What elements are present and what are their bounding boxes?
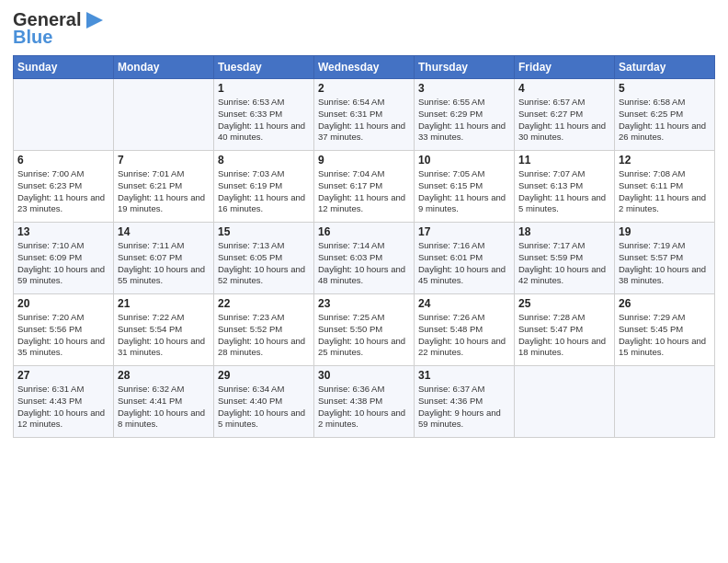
- day-info: Sunrise: 7:11 AMSunset: 6:07 PMDaylight:…: [118, 240, 210, 287]
- day-info: Sunrise: 7:19 AMSunset: 5:57 PMDaylight:…: [619, 240, 711, 287]
- calendar-day-header: Sunday: [14, 56, 114, 79]
- calendar-cell: [515, 366, 615, 438]
- calendar-table: SundayMondayTuesdayWednesdayThursdayFrid…: [13, 55, 715, 438]
- logo-arrow-icon: [83, 12, 103, 29]
- day-info: Sunrise: 7:14 AMSunset: 6:03 PMDaylight:…: [318, 240, 410, 287]
- calendar-day-header: Thursday: [415, 56, 515, 79]
- day-number: 29: [218, 369, 310, 382]
- calendar-cell: 13Sunrise: 7:10 AMSunset: 6:09 PMDayligh…: [14, 223, 114, 294]
- day-info: Sunrise: 7:03 AMSunset: 6:19 PMDaylight:…: [218, 168, 310, 215]
- calendar-cell: [114, 79, 214, 151]
- calendar-cell: 17Sunrise: 7:16 AMSunset: 6:01 PMDayligh…: [415, 223, 515, 294]
- calendar-cell: 21Sunrise: 7:22 AMSunset: 5:54 PMDayligh…: [114, 294, 214, 366]
- calendar-cell: 11Sunrise: 7:07 AMSunset: 6:13 PMDayligh…: [515, 151, 615, 223]
- calendar-week-row: 6Sunrise: 7:00 AMSunset: 6:23 PMDaylight…: [14, 151, 715, 223]
- day-number: 16: [318, 225, 410, 238]
- day-info: Sunrise: 6:31 AMSunset: 4:43 PMDaylight:…: [17, 384, 109, 431]
- day-number: 18: [518, 225, 610, 238]
- day-number: 11: [518, 154, 610, 167]
- day-number: 6: [17, 154, 109, 167]
- day-info: Sunrise: 7:00 AMSunset: 6:23 PMDaylight:…: [17, 168, 109, 215]
- calendar-cell: 6Sunrise: 7:00 AMSunset: 6:23 PMDaylight…: [14, 151, 114, 223]
- calendar-cell: 1Sunrise: 6:53 AMSunset: 6:33 PMDaylight…: [214, 79, 314, 151]
- day-info: Sunrise: 7:29 AMSunset: 5:45 PMDaylight:…: [619, 312, 711, 359]
- day-number: 15: [218, 225, 310, 238]
- calendar-cell: 2Sunrise: 6:54 AMSunset: 6:31 PMDaylight…: [314, 79, 415, 151]
- day-number: 26: [619, 297, 711, 310]
- day-info: Sunrise: 7:07 AMSunset: 6:13 PMDaylight:…: [518, 168, 610, 215]
- calendar-cell: 10Sunrise: 7:05 AMSunset: 6:15 PMDayligh…: [415, 151, 515, 223]
- logo: General Blue: [13, 9, 103, 48]
- calendar-body: 1Sunrise: 6:53 AMSunset: 6:33 PMDaylight…: [14, 79, 715, 438]
- calendar-cell: 7Sunrise: 7:01 AMSunset: 6:21 PMDaylight…: [114, 151, 214, 223]
- day-info: Sunrise: 6:37 AMSunset: 4:36 PMDaylight:…: [418, 384, 510, 431]
- calendar-day-header: Tuesday: [214, 56, 314, 79]
- day-number: 10: [418, 154, 510, 167]
- day-number: 4: [518, 82, 610, 95]
- day-number: 19: [619, 225, 711, 238]
- day-info: Sunrise: 6:58 AMSunset: 6:25 PMDaylight:…: [619, 97, 711, 144]
- calendar-cell: 18Sunrise: 7:17 AMSunset: 5:59 PMDayligh…: [515, 223, 615, 294]
- day-number: 17: [418, 225, 510, 238]
- calendar-week-row: 13Sunrise: 7:10 AMSunset: 6:09 PMDayligh…: [14, 223, 715, 294]
- day-number: 14: [118, 225, 210, 238]
- day-number: 5: [619, 82, 711, 95]
- page-container: General Blue SundayMondayTuesdayWednesda…: [0, 0, 728, 445]
- calendar-day-header: Monday: [114, 56, 214, 79]
- calendar-cell: 24Sunrise: 7:26 AMSunset: 5:48 PMDayligh…: [415, 294, 515, 366]
- calendar-day-header: Friday: [515, 56, 615, 79]
- calendar-cell: 15Sunrise: 7:13 AMSunset: 6:05 PMDayligh…: [214, 223, 314, 294]
- day-info: Sunrise: 7:25 AMSunset: 5:50 PMDaylight:…: [318, 312, 410, 359]
- day-info: Sunrise: 7:01 AMSunset: 6:21 PMDaylight:…: [118, 168, 210, 215]
- day-number: 1: [218, 82, 310, 95]
- day-info: Sunrise: 7:20 AMSunset: 5:56 PMDaylight:…: [17, 312, 109, 359]
- calendar-cell: 12Sunrise: 7:08 AMSunset: 6:11 PMDayligh…: [615, 151, 715, 223]
- calendar-cell: 3Sunrise: 6:55 AMSunset: 6:29 PMDaylight…: [415, 79, 515, 151]
- day-info: Sunrise: 6:53 AMSunset: 6:33 PMDaylight:…: [218, 97, 310, 144]
- day-number: 28: [118, 369, 210, 382]
- calendar-cell: 19Sunrise: 7:19 AMSunset: 5:57 PMDayligh…: [615, 223, 715, 294]
- calendar-cell: [14, 79, 114, 151]
- day-info: Sunrise: 7:26 AMSunset: 5:48 PMDaylight:…: [418, 312, 510, 359]
- calendar-day-header: Saturday: [615, 56, 715, 79]
- calendar-cell: 5Sunrise: 6:58 AMSunset: 6:25 PMDaylight…: [615, 79, 715, 151]
- day-number: 27: [17, 369, 109, 382]
- day-info: Sunrise: 7:23 AMSunset: 5:52 PMDaylight:…: [218, 312, 310, 359]
- calendar-cell: 22Sunrise: 7:23 AMSunset: 5:52 PMDayligh…: [214, 294, 314, 366]
- calendar-cell: 28Sunrise: 6:32 AMSunset: 4:41 PMDayligh…: [114, 366, 214, 438]
- day-number: 12: [619, 154, 711, 167]
- day-number: 8: [218, 154, 310, 167]
- day-number: 3: [418, 82, 510, 95]
- day-info: Sunrise: 6:32 AMSunset: 4:41 PMDaylight:…: [118, 384, 210, 431]
- day-info: Sunrise: 7:17 AMSunset: 5:59 PMDaylight:…: [518, 240, 610, 287]
- day-number: 21: [118, 297, 210, 310]
- day-info: Sunrise: 6:55 AMSunset: 6:29 PMDaylight:…: [418, 97, 510, 144]
- calendar-week-row: 1Sunrise: 6:53 AMSunset: 6:33 PMDaylight…: [14, 79, 715, 151]
- day-number: 23: [318, 297, 410, 310]
- calendar-week-row: 20Sunrise: 7:20 AMSunset: 5:56 PMDayligh…: [14, 294, 715, 366]
- day-number: 22: [218, 297, 310, 310]
- calendar-cell: 16Sunrise: 7:14 AMSunset: 6:03 PMDayligh…: [314, 223, 415, 294]
- calendar-cell: 14Sunrise: 7:11 AMSunset: 6:07 PMDayligh…: [114, 223, 214, 294]
- day-info: Sunrise: 7:28 AMSunset: 5:47 PMDaylight:…: [518, 312, 610, 359]
- calendar-header-row: SundayMondayTuesdayWednesdayThursdayFrid…: [14, 56, 715, 79]
- calendar-day-header: Wednesday: [314, 56, 415, 79]
- calendar-week-row: 27Sunrise: 6:31 AMSunset: 4:43 PMDayligh…: [14, 366, 715, 438]
- day-info: Sunrise: 6:34 AMSunset: 4:40 PMDaylight:…: [218, 384, 310, 431]
- day-number: 13: [17, 225, 109, 238]
- day-number: 7: [118, 154, 210, 167]
- calendar-cell: 29Sunrise: 6:34 AMSunset: 4:40 PMDayligh…: [214, 366, 314, 438]
- logo-blue: Blue: [13, 27, 52, 48]
- day-info: Sunrise: 7:16 AMSunset: 6:01 PMDaylight:…: [418, 240, 510, 287]
- calendar-cell: 4Sunrise: 6:57 AMSunset: 6:27 PMDaylight…: [515, 79, 615, 151]
- day-number: 31: [418, 369, 510, 382]
- calendar-cell: 23Sunrise: 7:25 AMSunset: 5:50 PMDayligh…: [314, 294, 415, 366]
- day-number: 9: [318, 154, 410, 167]
- day-info: Sunrise: 7:08 AMSunset: 6:11 PMDaylight:…: [619, 168, 711, 215]
- calendar-cell: 30Sunrise: 6:36 AMSunset: 4:38 PMDayligh…: [314, 366, 415, 438]
- day-info: Sunrise: 7:13 AMSunset: 6:05 PMDaylight:…: [218, 240, 310, 287]
- day-info: Sunrise: 7:22 AMSunset: 5:54 PMDaylight:…: [118, 312, 210, 359]
- day-info: Sunrise: 7:04 AMSunset: 6:17 PMDaylight:…: [318, 168, 410, 215]
- calendar-cell: 9Sunrise: 7:04 AMSunset: 6:17 PMDaylight…: [314, 151, 415, 223]
- day-number: 20: [17, 297, 109, 310]
